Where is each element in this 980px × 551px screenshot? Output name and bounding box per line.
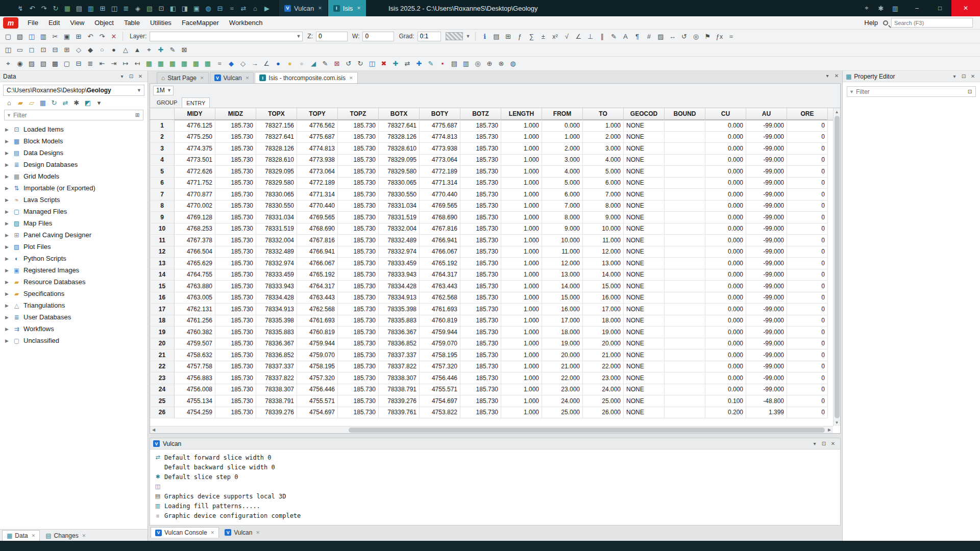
- cell[interactable]: 185.730: [215, 372, 256, 384]
- cell[interactable]: 12.000: [542, 258, 583, 269]
- cell[interactable]: 4759.070: [420, 338, 460, 350]
- cell[interactable]: 185.730: [338, 292, 379, 304]
- pointer-icon[interactable]: ⌖: [862, 3, 872, 13]
- grid-green-3-icon[interactable]: ▦: [167, 59, 178, 69]
- cell[interactable]: [665, 132, 705, 143]
- cell[interactable]: 0.000: [705, 166, 746, 178]
- row-number[interactable]: 22: [150, 361, 175, 373]
- tree-item-lava-scripts[interactable]: ▶≈Lava Scripts: [0, 194, 148, 206]
- cell[interactable]: 4770.877: [175, 189, 215, 201]
- cell[interactable]: NONE: [624, 292, 665, 304]
- bottom-tab-data[interactable]: ▦Data✕: [2, 530, 40, 541]
- cell[interactable]: -99.000: [746, 155, 787, 166]
- cell[interactable]: 78338.791: [379, 384, 420, 396]
- cell[interactable]: 185.730: [215, 304, 256, 315]
- cell[interactable]: 4758.632: [175, 349, 215, 361]
- table-icon[interactable]: ▤: [74, 3, 84, 13]
- close-button[interactable]: ✕: [951, 0, 980, 16]
- cell[interactable]: 185.730: [460, 304, 501, 315]
- cell[interactable]: 0: [787, 201, 828, 212]
- cell[interactable]: 78339.276: [256, 407, 297, 419]
- grid-green-1-icon[interactable]: ▦: [144, 59, 154, 69]
- cell[interactable]: 4764.755: [175, 269, 215, 281]
- cell[interactable]: 78332.489: [256, 246, 297, 258]
- cell[interactable]: 4776.562: [297, 120, 338, 132]
- cell[interactable]: -99.000: [746, 304, 787, 315]
- triangle-icon[interactable]: △: [120, 45, 131, 55]
- fx-icon[interactable]: ƒx: [714, 31, 724, 41]
- cell[interactable]: 1.000: [501, 269, 542, 281]
- cell[interactable]: 0: [787, 361, 828, 373]
- cell[interactable]: [665, 166, 705, 178]
- pin-icon[interactable]: ⌖: [3, 59, 13, 69]
- cell[interactable]: 185.730: [215, 258, 256, 269]
- dropdown-caret-icon[interactable]: ▾: [94, 97, 104, 108]
- marker-icon[interactable]: ◉: [15, 59, 25, 69]
- expander-icon[interactable]: ▶: [5, 244, 10, 249]
- formula-icon[interactable]: ƒ: [514, 31, 525, 41]
- report-icon[interactable]: ▥: [86, 3, 96, 13]
- cell[interactable]: 78330.065: [379, 178, 420, 189]
- cell[interactable]: NONE: [624, 281, 665, 292]
- row-number[interactable]: 7: [150, 189, 175, 201]
- pattern3-icon[interactable]: ▩: [50, 59, 60, 69]
- grid-view-icon[interactable]: ▦: [38, 97, 48, 108]
- cell[interactable]: 4773.938: [297, 155, 338, 166]
- paragraph-icon[interactable]: ¶: [632, 31, 642, 41]
- expander-icon[interactable]: ▶: [5, 338, 10, 343]
- cell[interactable]: NONE: [624, 201, 665, 212]
- cell[interactable]: 185.730: [338, 315, 379, 327]
- cell[interactable]: 78333.459: [379, 258, 420, 269]
- cell[interactable]: 4760.819: [297, 327, 338, 338]
- cell[interactable]: 0: [787, 327, 828, 338]
- cell[interactable]: 0.000: [705, 349, 746, 361]
- cell[interactable]: NONE: [624, 327, 665, 338]
- cell[interactable]: NONE: [624, 166, 665, 178]
- cell[interactable]: 185.730: [338, 384, 379, 396]
- home-icon[interactable]: ⌂: [250, 3, 260, 13]
- cell[interactable]: [665, 315, 705, 327]
- cell[interactable]: 185.730: [338, 372, 379, 384]
- cell[interactable]: 185.730: [215, 281, 256, 292]
- cell[interactable]: 19.000: [583, 327, 624, 338]
- layer-select[interactable]: ▼: [150, 32, 303, 41]
- tree-item-loaded-items[interactable]: ▶⊡Loaded Items: [0, 123, 148, 135]
- cell[interactable]: 0: [787, 143, 828, 155]
- cell[interactable]: 0.000: [705, 361, 746, 373]
- cell[interactable]: [665, 384, 705, 396]
- cell[interactable]: 4760.382: [175, 327, 215, 338]
- cell[interactable]: 4758.195: [297, 361, 338, 373]
- cell[interactable]: NONE: [624, 372, 665, 384]
- column-header-botz[interactable]: BOTZ: [460, 108, 501, 120]
- row-number[interactable]: 16: [150, 292, 175, 304]
- menu-view[interactable]: View: [65, 16, 89, 30]
- cell[interactable]: 185.730: [460, 201, 501, 212]
- row-number[interactable]: 12: [150, 246, 175, 258]
- cell[interactable]: 4757.320: [420, 361, 460, 373]
- cell[interactable]: 4757.758: [175, 361, 215, 373]
- cell[interactable]: 4765.192: [420, 258, 460, 269]
- cell[interactable]: 4758.195: [420, 349, 460, 361]
- cell[interactable]: 0: [787, 292, 828, 304]
- cell[interactable]: -99.000: [746, 292, 787, 304]
- angle2-icon[interactable]: ∠: [261, 59, 272, 69]
- tree-item-specifications[interactable]: ▶▰Specifications: [0, 288, 148, 299]
- cell[interactable]: 78331.519: [379, 212, 420, 223]
- cell[interactable]: -99.000: [746, 281, 787, 292]
- cell[interactable]: 4766.067: [297, 258, 338, 269]
- cell[interactable]: 185.730: [338, 120, 379, 132]
- doc-tab-isis[interactable]: IIsis - thorcomposite.com.isis✕: [255, 72, 357, 83]
- bolt-icon[interactable]: ↯: [15, 3, 26, 13]
- cell[interactable]: [665, 304, 705, 315]
- cell[interactable]: 185.730: [460, 361, 501, 373]
- slope-icon[interactable]: ◢: [308, 59, 318, 69]
- map-in-icon[interactable]: ↦: [120, 59, 131, 69]
- cell[interactable]: 22.000: [583, 361, 624, 373]
- bottom-tab-vulcan[interactable]: VVulcan✕: [220, 527, 264, 538]
- cell[interactable]: 0.200: [705, 407, 746, 419]
- cell[interactable]: 78332.489: [379, 235, 420, 246]
- window-grid-icon[interactable]: ⊞: [97, 3, 108, 13]
- cell[interactable]: 78337.822: [379, 361, 420, 373]
- cell[interactable]: 4753.822: [420, 407, 460, 419]
- cell[interactable]: 185.730: [460, 189, 501, 201]
